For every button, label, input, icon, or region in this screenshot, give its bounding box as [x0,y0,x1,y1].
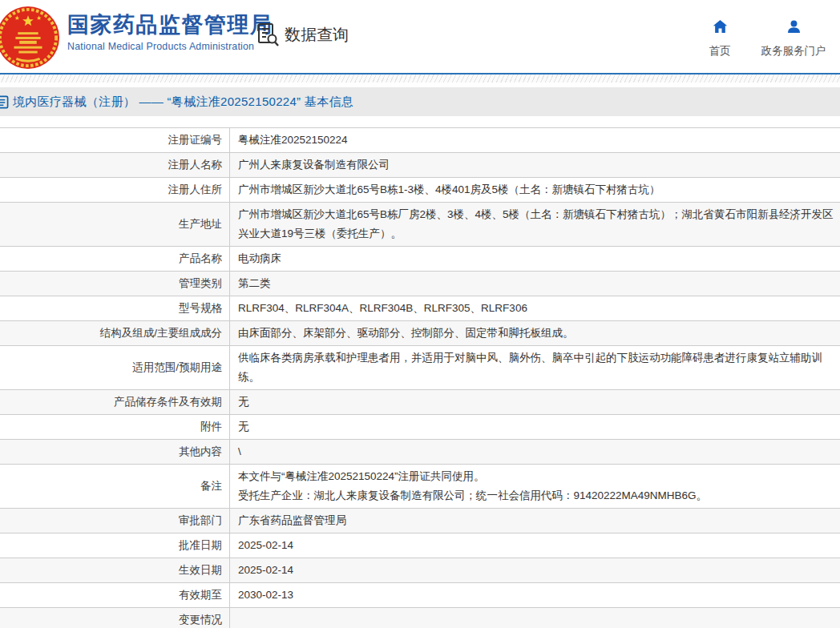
breadcrumb: 境内医疗器械（注册） —— “粤械注准20252150224” 基本信息 [0,87,840,116]
row-value: 受托生产企业：湖北人来康复设备制造有限公司；统一社会信用代码：91420222M… [238,486,837,505]
table-row: 产品储存条件及有效期无 [0,390,840,415]
row-label: 审批部门 [179,511,222,530]
row-value: \ [238,442,837,461]
home-icon [713,19,728,34]
row-value: 电动病床 [238,249,837,268]
row-value-cell: 由床面部分、床架部分、驱动部分、控制部分、固定带和脚托板组成。 [229,321,840,345]
row-value: 本文件与“粤械注准20252150224”注册证共同使用。 [238,467,837,486]
row-value: 广州市增城区新沙大道北65号B栋1-3楼、4楼401房及5楼（土名：新塘镇石下村… [238,180,837,199]
row-value: 无 [238,417,837,437]
table-row: 结构及组成/主要组成成分由床面部分、床架部分、驱动部分、控制部分、固定带和脚托板… [0,321,840,346]
table-row: 注册人名称广州人来康复设备制造有限公司 [0,153,840,178]
row-label: 其他内容 [179,442,222,461]
row-value-cell: 第二类 [229,272,840,296]
site-header: 国家药品监督管理局 National Medical Products Admi… [0,0,840,73]
row-value: 无 [238,392,837,412]
table-row: 有效期至2030-02-13 [0,583,840,608]
row-value-cell: 粤械注准20252150224 [229,128,840,152]
list-icon [0,95,9,109]
row-value: 2025-02-14 [238,536,837,555]
row-label: 批准日期 [179,536,222,555]
table-row: 其他内容\ [0,440,840,465]
row-label: 注册人住所 [168,180,223,199]
table-row: 变更情况 [0,608,840,628]
row-value-cell: 广州市增城区新沙大道北65号B栋1-3楼、4楼401房及5楼（土名：新塘镇石下村… [229,178,840,202]
nav-home[interactable]: 首页 [698,19,741,58]
hatch-band [0,74,840,83]
table-row: 注册人住所广州市增城区新沙大道北65号B栋1-3楼、4楼401房及5楼（土名：新… [0,178,840,203]
nav-portal[interactable]: 政务服务门户 [752,19,835,58]
row-value-cell: \ [229,440,840,464]
table-row: 型号规格RLRF304、RLRF304A、RLRF304B、RLRF305、RL… [0,296,840,321]
document-search-icon [255,22,281,47]
row-value-cell: 广东省药品监督管理局 [229,509,840,533]
row-label: 产品名称 [179,249,222,268]
row-value-cell: 无 [229,415,840,439]
row-value: 粤械注准20252150224 [238,131,837,150]
row-label: 生产地址 [179,215,222,234]
row-label: 产品储存条件及有效期 [114,392,222,412]
info-table: 注册证编号粤械注准20252150224注册人名称广州人来康复设备制造有限公司注… [0,127,840,628]
table-row: 管理类别第二类 [0,272,840,296]
breadcrumb-text: 境内医疗器械（注册） —— “粤械注准20252150224” 基本信息 [13,95,353,110]
row-label: 变更情况 [179,610,222,628]
row-value-cell: RLRF304、RLRF304A、RLRF304B、RLRF305、RLRF30… [229,296,840,320]
data-query-section[interactable]: 数据查询 [255,22,349,47]
row-label: 生效日期 [179,561,222,580]
table-row: 附件无 [0,415,840,440]
row-value-cell: 2030-02-13 [229,583,840,607]
row-label: 适用范围/预期用途 [132,358,222,377]
row-label: 注册证编号 [168,131,223,150]
row-label: 附件 [200,417,222,437]
row-value-cell: 广州市增城区新沙大道北65号B栋厂房2楼、3楼、4楼、5楼（土名：新塘镇石下村猪… [229,203,840,246]
table-row: 批准日期2025-02-14 [0,533,840,558]
table-row: 备注本文件与“粤械注准20252150224”注册证共同使用。受托生产企业：湖北… [0,465,840,509]
data-query-label: 数据查询 [285,24,349,46]
row-value: 2025-02-14 [238,561,837,580]
row-label: 型号规格 [179,299,222,318]
user-icon [786,19,802,34]
row-value-cell: 供临床各类病房承载和护理患者用，并适用于对脑中风、脑外伤、脑卒中引起的下肢运动功… [229,346,840,389]
row-value: 2030-02-13 [238,586,837,605]
nav-home-label: 首页 [698,44,741,58]
row-label: 注册人名称 [168,155,223,175]
row-label: 结构及组成/主要组成成分 [100,324,222,343]
row-label: 备注 [200,477,222,496]
row-value: 第二类 [238,274,837,293]
table-row: 产品名称电动病床 [0,247,840,272]
national-emblem-icon [0,6,60,70]
row-value-cell: 电动病床 [229,247,840,271]
row-value-cell: 2025-02-14 [229,533,840,558]
row-label: 有效期至 [179,586,222,605]
logo-title: 国家药品监督管理局 [67,12,273,38]
table-row: 生产地址广州市增城区新沙大道北65号B栋厂房2楼、3楼、4楼、5楼（土名：新塘镇… [0,203,840,247]
row-value: 供临床各类病房承载和护理患者用，并适用于对脑中风、脑外伤、脑卒中引起的下肢运动功… [238,348,837,387]
row-value: 由床面部分、床架部分、驱动部分、控制部分、固定带和脚托板组成。 [238,324,837,343]
row-value-cell: 广州人来康复设备制造有限公司 [229,153,840,177]
table-row: 生效日期2025-02-14 [0,558,840,583]
row-label: 管理类别 [179,274,222,293]
row-value: RLRF304、RLRF304A、RLRF304B、RLRF305、RLRF30… [238,299,837,318]
table-row: 审批部门广东省药品监督管理局 [0,509,840,533]
logo[interactable]: 国家药品监督管理局 National Medical Products Admi… [67,12,273,52]
row-value: 广东省药品监督管理局 [238,511,837,530]
table-row: 适用范围/预期用途供临床各类病房承载和护理患者用，并适用于对脑中风、脑外伤、脑卒… [0,346,840,390]
table-row: 注册证编号粤械注准20252150224 [0,128,840,153]
row-value-cell: 本文件与“粤械注准20252150224”注册证共同使用。受托生产企业：湖北人来… [229,465,840,508]
row-value-cell [229,608,840,628]
nav-portal-label: 政务服务门户 [752,44,835,58]
logo-subtitle: National Medical Products Administration [67,41,273,52]
row-value-cell: 2025-02-14 [229,558,840,582]
row-value: 广州市增城区新沙大道北65号B栋厂房2楼、3楼、4楼、5楼（土名：新塘镇石下村猪… [238,205,837,244]
row-value-cell: 无 [229,390,840,414]
row-value: 广州人来康复设备制造有限公司 [238,155,837,175]
